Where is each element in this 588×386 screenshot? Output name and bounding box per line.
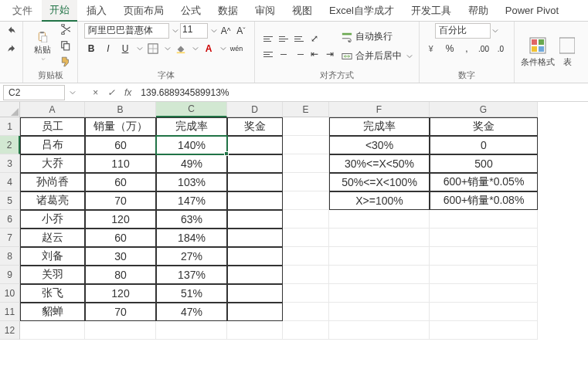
cell-C12[interactable]	[156, 321, 227, 340]
row-header[interactable]: 9	[0, 266, 20, 284]
menu-insert[interactable]: 插入	[79, 1, 114, 21]
cell-D10[interactable]	[227, 284, 283, 303]
cell-B10[interactable]: 120	[85, 284, 156, 303]
undo-icon[interactable]	[5, 25, 19, 39]
cell-E5[interactable]	[283, 191, 329, 210]
comma-icon[interactable]: ,	[460, 42, 474, 56]
increase-font-icon[interactable]: A^	[219, 24, 233, 38]
cell-B12[interactable]	[85, 321, 156, 340]
align-bottom-icon[interactable]	[292, 32, 306, 45]
decrease-indent-icon[interactable]: ⇤	[308, 48, 321, 60]
cancel-icon[interactable]: ×	[88, 87, 103, 98]
cell-F10[interactable]	[329, 284, 430, 303]
cell-A6[interactable]: 小乔	[20, 210, 85, 229]
col-header[interactable]: G	[430, 102, 538, 117]
cell-F11[interactable]	[329, 303, 430, 321]
col-header[interactable]: D	[227, 102, 283, 117]
cell-A4[interactable]: 孙尚香	[20, 173, 85, 191]
cell-A7[interactable]: 赵云	[20, 229, 85, 247]
orientation-icon[interactable]: ⤢	[308, 32, 321, 45]
bold-button[interactable]: B	[84, 42, 98, 56]
col-header[interactable]: A	[20, 102, 85, 117]
cell-D2[interactable]	[227, 136, 283, 154]
cell-D9[interactable]	[227, 266, 283, 284]
cell-A12[interactable]	[20, 321, 85, 340]
cell-F7[interactable]	[329, 229, 430, 247]
cell-F8[interactable]	[329, 247, 430, 266]
cell-E8[interactable]	[283, 247, 329, 266]
cell-D1[interactable]: 奖金	[227, 117, 283, 136]
cell-D6[interactable]	[227, 210, 283, 229]
cell-F3[interactable]: 30%<=X<50%	[329, 154, 430, 173]
row-header[interactable]: 1	[0, 117, 20, 136]
row-header[interactable]: 12	[0, 321, 20, 340]
select-all-corner[interactable]	[0, 102, 20, 117]
col-header[interactable]: B	[85, 102, 156, 117]
row-header[interactable]: 6	[0, 210, 20, 229]
cell-E9[interactable]	[283, 266, 329, 284]
row-header[interactable]: 3	[0, 154, 20, 173]
menu-view[interactable]: 视图	[284, 1, 320, 21]
menu-developer[interactable]: 开发工具	[403, 1, 459, 21]
enter-icon[interactable]: ✓	[103, 87, 120, 98]
cell-A3[interactable]: 大乔	[20, 154, 85, 173]
underline-button[interactable]: U	[118, 42, 132, 56]
currency-icon[interactable]: ¥	[426, 42, 440, 56]
cell-E3[interactable]	[283, 154, 329, 173]
align-top-icon[interactable]	[261, 32, 275, 45]
merge-center-button[interactable]: 合并后居中	[342, 49, 413, 63]
cell-C9[interactable]: 137%	[156, 266, 227, 284]
cell-G4[interactable]: 600+销量*0.05%	[430, 173, 538, 191]
cell-E11[interactable]	[283, 303, 329, 321]
cell-E12[interactable]	[283, 321, 329, 340]
cell-B4[interactable]: 60	[85, 173, 156, 191]
font-color-icon[interactable]: A	[202, 42, 216, 56]
cell-G8[interactable]	[430, 247, 538, 266]
redo-icon[interactable]	[5, 43, 19, 57]
cell-E10[interactable]	[283, 284, 329, 303]
cell-G9[interactable]	[430, 266, 538, 284]
row-header[interactable]: 11	[0, 303, 20, 321]
cell-F12[interactable]	[329, 321, 430, 340]
align-left-icon[interactable]	[261, 48, 275, 60]
decrease-font-icon[interactable]: Aˇ	[234, 24, 248, 38]
font-size-select[interactable]: 11	[180, 23, 208, 39]
cell-C2[interactable]: 140%	[156, 136, 227, 154]
cell-F9[interactable]	[329, 266, 430, 284]
align-middle-icon[interactable]	[277, 32, 291, 45]
menu-help[interactable]: 帮助	[461, 1, 496, 21]
cell-F2[interactable]: <30%	[329, 136, 430, 154]
cell-D5[interactable]	[227, 191, 283, 210]
increase-decimal-icon[interactable]: .00	[477, 42, 491, 56]
cell-C5[interactable]: 147%	[156, 191, 227, 210]
cell-G7[interactable]	[430, 229, 538, 247]
font-name-select[interactable]: 阿里巴巴普惠体	[84, 23, 169, 39]
cell-F5[interactable]: X>=100%	[329, 191, 430, 210]
cell-D3[interactable]	[227, 154, 283, 173]
menu-excel-self[interactable]: Excel自学成才	[321, 1, 402, 21]
cell-E4[interactable]	[283, 173, 329, 191]
name-box-dropdown-icon[interactable]	[70, 90, 76, 96]
format-painter-icon[interactable]	[60, 56, 71, 69]
cell-B6[interactable]: 120	[85, 210, 156, 229]
name-box[interactable]: C2	[3, 85, 65, 100]
menu-page-layout[interactable]: 页面布局	[116, 1, 172, 21]
menu-home[interactable]: 开始	[42, 0, 77, 22]
row-header[interactable]: 7	[0, 229, 20, 247]
cell-D4[interactable]	[227, 173, 283, 191]
cell-G10[interactable]	[430, 284, 538, 303]
col-header[interactable]: E	[283, 102, 329, 117]
cell-A2[interactable]: 吕布	[20, 136, 85, 154]
number-format-select[interactable]: 百分比	[435, 23, 491, 39]
cell-G3[interactable]: 500	[430, 154, 538, 173]
cell-G5[interactable]: 600+销量*0.08%	[430, 191, 538, 210]
fill-handle[interactable]	[224, 151, 229, 156]
fill-color-icon[interactable]	[174, 42, 188, 56]
format-table-button[interactable]: 表	[559, 36, 575, 68]
cell-B11[interactable]: 70	[85, 303, 156, 321]
cell-D11[interactable]	[227, 303, 283, 321]
col-header[interactable]: F	[329, 102, 430, 117]
cell-D8[interactable]	[227, 247, 283, 266]
cell-F4[interactable]: 50%<=X<100%	[329, 173, 430, 191]
align-center-icon[interactable]	[277, 48, 291, 60]
